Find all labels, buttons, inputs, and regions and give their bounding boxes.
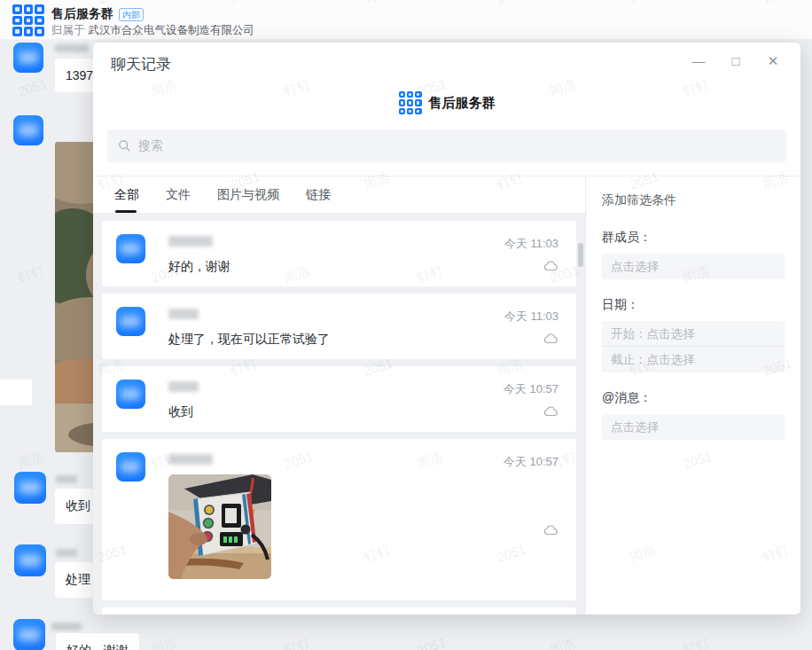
white-patch [0, 380, 32, 405]
message-text: 收到 [168, 404, 193, 420]
blurred-sender-name [168, 381, 199, 392]
avatar [116, 452, 145, 482]
blurred-sender-name [168, 309, 199, 319]
blurred-sender-name [56, 549, 77, 557]
message-time: 今天 10:57 [504, 381, 558, 397]
internal-badge: 内部 [119, 8, 144, 21]
message-bubble[interactable]: 好的，谢谢 [56, 633, 139, 650]
scrollbar-thumb[interactable] [578, 243, 583, 267]
message-time: 今天 10:57 [504, 454, 558, 470]
cloud-status-icon [543, 260, 558, 271]
avatar[interactable] [13, 43, 43, 73]
group-header: 售后服务群 内部 归属于武汉市合众电气设备制造有限公司 [0, 0, 812, 40]
tab-all[interactable]: 全部 [114, 176, 139, 213]
photo-message-thumbnail[interactable] [168, 474, 271, 579]
date-start-select[interactable]: 开始：点击选择 [602, 321, 785, 347]
photo-content [168, 474, 271, 579]
blurred-sender-name [56, 475, 77, 483]
group-avatar-icon [399, 91, 422, 114]
message-time: 今天 11:03 [504, 236, 558, 252]
search-placeholder: 搜索 [138, 138, 163, 154]
tab-media[interactable]: 图片与视频 [217, 176, 279, 213]
maximize-button[interactable]: □ [728, 53, 744, 69]
dialog-group-name: 售后服务群 [429, 95, 496, 112]
avatar [116, 234, 145, 263]
message-text: 好的，谢谢 [168, 259, 230, 275]
owner-prefix: 归属于 [51, 24, 85, 36]
dialog-group-header: 售后服务群 [93, 91, 800, 114]
avatar [116, 380, 145, 409]
dialog-title: 聊天记录 [111, 54, 171, 74]
message-record[interactable]: 今天 11:03 好的，谢谢 [102, 221, 576, 286]
at-message-filter-select[interactable]: 点击选择 [602, 414, 785, 440]
filter-panel: 添加筛选条件 群成员： 点击选择 日期： 开始：点击选择 截止：点击选择 @消息… [585, 176, 800, 615]
company-name: 武汉市合众电气设备制造有限公司 [89, 24, 255, 36]
active-tab-underline [115, 210, 137, 213]
member-filter-select[interactable]: 点击选择 [602, 254, 785, 279]
search-input[interactable]: 搜索 [107, 129, 786, 162]
group-avatar-icon[interactable] [12, 4, 45, 37]
avatar[interactable] [14, 544, 46, 576]
cloud-status-icon [543, 333, 558, 344]
date-filter-group: 开始：点击选择 截止：点击选择 [602, 321, 785, 372]
date-filter-label: 日期： [602, 297, 785, 313]
chat-records-dialog: 聊天记录 — □ ✕ 售后服务群 搜索 全部 文件 图片与视 [93, 43, 800, 615]
avatar[interactable] [13, 115, 43, 145]
avatar[interactable] [13, 619, 45, 650]
message-record-list[interactable]: 今天 11:03 好的，谢谢 今天 11:03 处理了，现在可以正常试验了 [93, 214, 585, 615]
tab-links[interactable]: 链接 [306, 176, 331, 213]
filter-panel-title: 添加筛选条件 [602, 192, 785, 208]
blurred-sender-name [55, 44, 89, 52]
date-end-select[interactable]: 截止：点击选择 [602, 347, 785, 372]
cloud-status-icon [543, 524, 558, 536]
group-title: 售后服务群 [51, 6, 113, 22]
window-controls: — □ ✕ [691, 53, 781, 69]
blurred-sender-name [168, 236, 213, 247]
group-company-line: 归属于武汉市合众电气设备制造有限公司 [51, 23, 254, 38]
message-record-partial[interactable] [102, 607, 576, 615]
blurred-sender-name [168, 454, 213, 465]
message-text: 处理了，现在可以正常试验了 [168, 332, 330, 348]
minimize-button[interactable]: — [691, 53, 707, 69]
search-icon [118, 139, 131, 153]
member-filter-label: 群成员： [602, 230, 785, 246]
avatar[interactable] [14, 472, 46, 504]
message-record[interactable]: 今天 10:57 收到 [102, 366, 576, 432]
message-record[interactable]: 今天 10:57 [102, 439, 576, 600]
tab-files[interactable]: 文件 [166, 176, 191, 213]
record-type-tabs: 全部 文件 图片与视频 链接 [93, 176, 585, 214]
at-message-filter-label: @消息： [602, 390, 785, 406]
blurred-sender-name [51, 623, 82, 630]
close-button[interactable]: ✕ [765, 53, 781, 69]
cloud-status-icon [543, 405, 558, 417]
message-record[interactable]: 今天 11:03 处理了，现在可以正常试验了 [102, 294, 576, 359]
avatar [116, 307, 145, 336]
message-time: 今天 11:03 [504, 309, 558, 325]
